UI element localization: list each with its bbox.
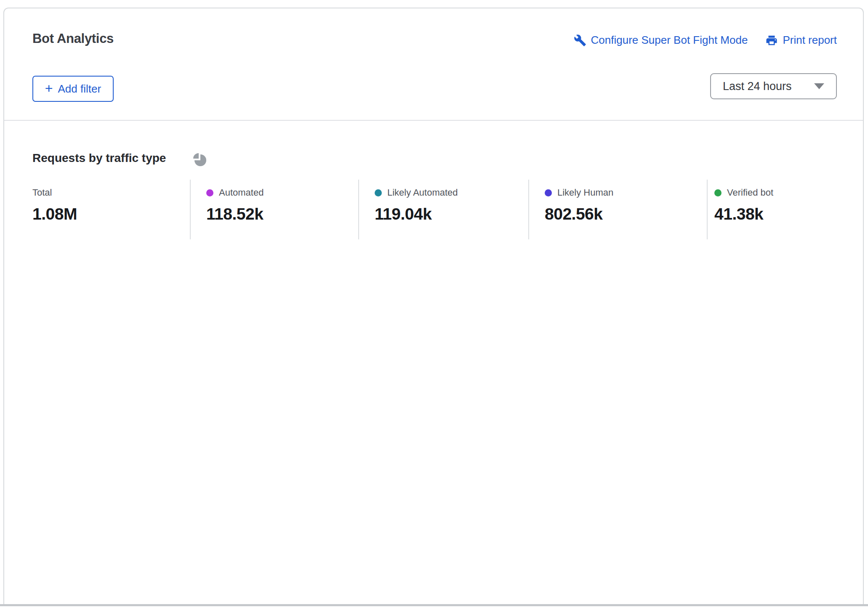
stat-total: Total 1.08M [32, 187, 77, 223]
stat-label: Verified bot [727, 187, 773, 198]
print-report-link[interactable]: Print report [765, 34, 837, 47]
stat-divider [707, 180, 708, 239]
stat-divider [528, 180, 529, 239]
plus-icon: + [45, 82, 53, 95]
stat-label: Automated [219, 187, 264, 198]
time-range-value: Last 24 hours [723, 80, 792, 93]
stat-value: 1.08M [32, 205, 77, 223]
stat-automated: Automated 118.52k [206, 187, 264, 223]
configure-super-bot-fight-mode-link[interactable]: Configure Super Bot Fight Mode [574, 34, 748, 47]
page-title: Bot Analytics [32, 31, 114, 46]
stat-divider [358, 180, 359, 239]
stat-divider [190, 180, 191, 239]
add-filter-button[interactable]: + Add filter [32, 76, 114, 102]
bottom-separator [0, 604, 868, 606]
header-links: Configure Super Bot Fight Mode Print rep… [574, 34, 837, 47]
wrench-icon [574, 34, 586, 47]
stat-value: 118.52k [206, 205, 264, 223]
stat-verified-bot: Verified bot 41.38k [714, 187, 773, 223]
bot-analytics-card: Bot Analytics Configure Super Bot Fight … [3, 8, 864, 605]
printer-icon [765, 34, 778, 47]
stat-label: Total [32, 187, 52, 198]
stat-value: 119.04k [375, 205, 458, 223]
automated-legend-dot [206, 189, 213, 196]
time-range-select[interactable]: Last 24 hours [710, 73, 837, 99]
section-title: Requests by traffic type [32, 151, 166, 165]
chevron-down-icon [814, 83, 824, 89]
verified-bot-legend-dot [714, 189, 722, 196]
stat-label: Likely Automated [387, 187, 458, 198]
stat-label: Likely Human [557, 187, 613, 198]
likely-human-legend-dot [545, 189, 552, 196]
stat-value: 41.38k [714, 205, 773, 223]
add-filter-label: Add filter [58, 82, 101, 95]
likely-automated-legend-dot [375, 189, 382, 196]
stat-likely-human: Likely Human 802.56k [545, 187, 613, 223]
configure-link-label: Configure Super Bot Fight Mode [591, 34, 748, 47]
stat-value: 802.56k [545, 205, 613, 223]
header-divider [4, 120, 863, 121]
print-link-label: Print report [783, 34, 837, 47]
pie-chart-icon [193, 153, 207, 167]
stat-likely-automated: Likely Automated 119.04k [375, 187, 458, 223]
